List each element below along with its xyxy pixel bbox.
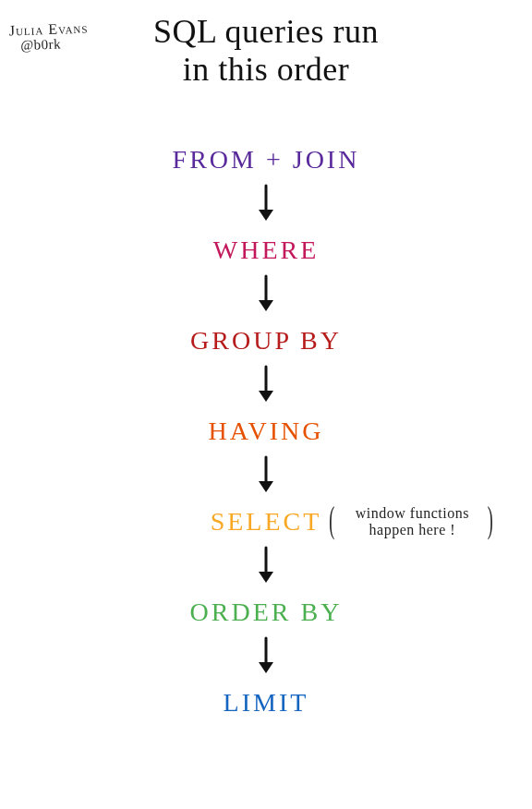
select-annotation: window functions happen here !: [338, 504, 486, 538]
step-where: WHERE: [213, 235, 320, 265]
title-line-2: in this order: [183, 51, 349, 88]
step-select-label: SELECT: [211, 507, 322, 536]
author-credit: Julia Evans @b0rk: [8, 21, 89, 54]
title-line-1: SQL queries run: [153, 13, 379, 50]
step-limit: LIMIT: [224, 688, 309, 718]
step-select: SELECT window functions happen here !: [211, 507, 322, 537]
annotation-line-1: window functions: [338, 504, 486, 521]
arrow-down-icon: [256, 455, 276, 494]
step-group-by: GROUP BY: [190, 326, 342, 356]
arrow-down-icon: [256, 546, 276, 585]
arrow-down-icon: [256, 184, 276, 223]
annotation-line-2: happen here !: [338, 522, 486, 538]
author-handle: @b0rk: [20, 36, 89, 53]
diagram-page: Julia Evans @b0rk SQL queries run in thi…: [0, 13, 532, 809]
arrow-down-icon: [256, 274, 276, 313]
step-from-join: FROM + JOIN: [173, 145, 360, 175]
arrow-down-icon: [256, 365, 276, 404]
arrow-down-icon: [256, 636, 276, 675]
step-having: HAVING: [209, 417, 324, 446]
step-order-by: ORDER BY: [190, 598, 343, 627]
flow-sequence: FROM + JOIN WHERE GROUP BY HAVING SELECT…: [0, 145, 532, 718]
